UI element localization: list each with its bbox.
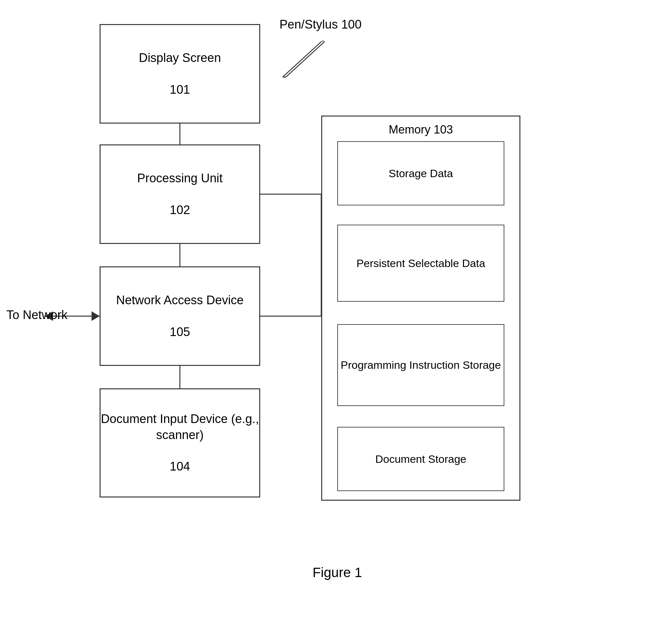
document-input-title: Document Input Device (e.g., scanner) bbox=[100, 411, 259, 443]
programming-instruction-label: Programming Instruction Storage bbox=[341, 358, 501, 372]
figure-caption: Figure 1 bbox=[289, 565, 385, 580]
persistent-selectable-box: Persistent Selectable Data bbox=[337, 224, 504, 302]
storage-data-box: Storage Data bbox=[337, 141, 504, 205]
persistent-selectable-label: Persistent Selectable Data bbox=[357, 256, 485, 270]
display-screen-title: Display Screen bbox=[139, 50, 221, 66]
display-screen-number: 101 bbox=[170, 82, 190, 98]
document-storage-box: Document Storage bbox=[337, 427, 504, 491]
storage-data-label: Storage Data bbox=[389, 166, 453, 180]
document-input-box: Document Input Device (e.g., scanner) 10… bbox=[100, 388, 260, 497]
network-access-box: Network Access Device 105 bbox=[100, 266, 260, 366]
pen-stylus-label: Pen/Stylus 100 bbox=[280, 18, 362, 31]
diagram: Pen/Stylus 100 Display Screen 101 Proces… bbox=[0, 0, 672, 622]
pen-stylus-icon bbox=[280, 38, 337, 80]
processing-unit-title: Processing Unit bbox=[137, 170, 223, 186]
network-access-title: Network Access Device bbox=[116, 292, 244, 308]
svg-line-10 bbox=[283, 42, 321, 77]
document-input-number: 104 bbox=[170, 459, 190, 474]
svg-marker-8 bbox=[92, 311, 100, 321]
processing-unit-number: 102 bbox=[170, 202, 190, 218]
network-access-number: 105 bbox=[170, 324, 190, 340]
svg-line-9 bbox=[286, 42, 324, 77]
processing-unit-box: Processing Unit 102 bbox=[100, 144, 260, 244]
memory-label: Memory 103 bbox=[389, 122, 453, 137]
document-storage-label: Document Storage bbox=[375, 452, 467, 466]
programming-instruction-box: Programming Instruction Storage bbox=[337, 324, 504, 406]
to-network-label: To Network bbox=[6, 308, 67, 322]
display-screen-box: Display Screen 101 bbox=[100, 24, 260, 124]
